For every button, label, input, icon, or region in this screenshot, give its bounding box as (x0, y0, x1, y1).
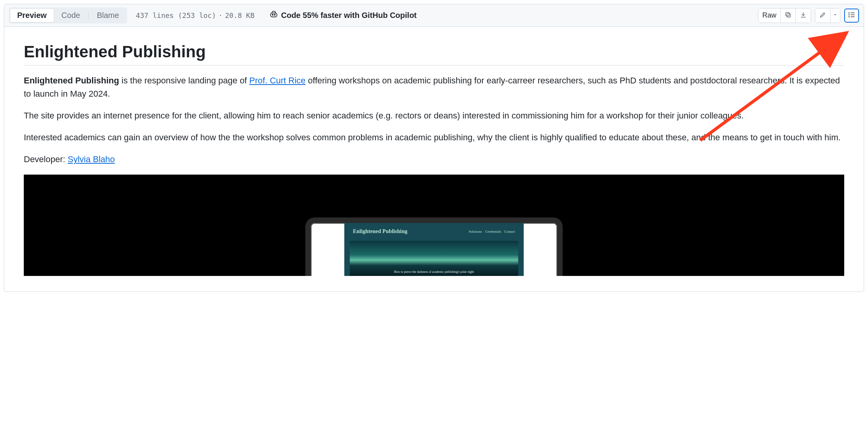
download-button[interactable] (795, 9, 811, 23)
copilot-promo[interactable]: Code 55% faster with GitHub Copilot (269, 10, 417, 21)
svg-rect-3 (787, 14, 790, 17)
readme-paragraph-4: Developer: Sylvia Blaho (24, 153, 844, 166)
nav-item: Solutions (469, 230, 482, 233)
meta-separator: · (218, 11, 223, 19)
file-toolbar: Preview Code Blame 437 lines (253 loc) ·… (4, 4, 864, 27)
edit-dropdown[interactable] (830, 9, 840, 23)
copilot-text: Code 55% faster with GitHub Copilot (281, 11, 417, 20)
readme-title: Enlightened Publishing (24, 42, 844, 65)
file-view: Preview Code Blame 437 lines (253 loc) ·… (4, 4, 864, 292)
outline-button[interactable] (844, 9, 859, 23)
copy-button[interactable] (780, 9, 795, 23)
readme-content: Enlightened Publishing Enlightened Publi… (4, 27, 864, 292)
caret-down-icon (833, 12, 838, 18)
site-header: Enlightened Publishing Solutions Credent… (344, 223, 524, 238)
readme-preview-image: Enlightened Publishing Solutions Credent… (24, 175, 844, 276)
svg-point-5 (849, 12, 850, 13)
copilot-icon (269, 10, 278, 21)
svg-rect-4 (786, 12, 789, 16)
raw-group: Raw (758, 8, 811, 23)
pencil-icon (819, 11, 826, 19)
tab-preview[interactable]: Preview (10, 8, 54, 23)
view-mode-tabs: Preview Code Blame (9, 7, 127, 23)
nav-item: Contact (504, 230, 515, 233)
tab-divider (88, 12, 89, 19)
edit-group (815, 8, 840, 23)
svg-point-2 (274, 14, 275, 16)
site-title: Enlightened Publishing (353, 228, 407, 235)
svg-point-7 (849, 16, 850, 17)
site-mockup: Enlightened Publishing Solutions Credent… (344, 223, 524, 276)
laptop-camera-icon (432, 218, 436, 221)
svg-point-6 (849, 14, 850, 15)
laptop-mockup: Enlightened Publishing Solutions Credent… (305, 217, 563, 276)
readme-paragraph-3: Interested academics can gain an overvie… (24, 131, 844, 144)
file-meta: 437 lines (253 loc) · 20.8 KB (136, 11, 255, 19)
edit-button[interactable] (815, 9, 830, 23)
svg-rect-0 (270, 13, 277, 17)
file-lines: 437 lines (253 loc) (136, 11, 216, 19)
download-icon (800, 11, 807, 19)
svg-point-1 (272, 14, 273, 16)
developer-link[interactable]: Sylvia Blaho (68, 154, 115, 164)
project-name-strong: Enlightened Publishing (24, 76, 119, 85)
nav-item: Credentials (485, 230, 501, 233)
readme-paragraph-2: The site provides an internet presence f… (24, 109, 844, 122)
site-nav: Solutions Credentials Contact (469, 230, 515, 233)
site-hero: How to pierce the darkness of academic p… (350, 241, 518, 276)
toolbar-actions: Raw (758, 8, 859, 23)
tab-blame[interactable]: Blame (89, 8, 126, 23)
copy-icon (785, 11, 792, 19)
readme-paragraph-1: Enlightened Publishing is the responsive… (24, 74, 844, 101)
raw-button[interactable]: Raw (758, 9, 780, 23)
list-icon (848, 11, 856, 20)
tab-code[interactable]: Code (54, 8, 88, 23)
prof-link[interactable]: Prof. Curt Rice (249, 76, 305, 85)
file-size: 20.8 KB (225, 11, 255, 19)
hero-caption: How to pierce the darkness of academic p… (350, 270, 518, 274)
